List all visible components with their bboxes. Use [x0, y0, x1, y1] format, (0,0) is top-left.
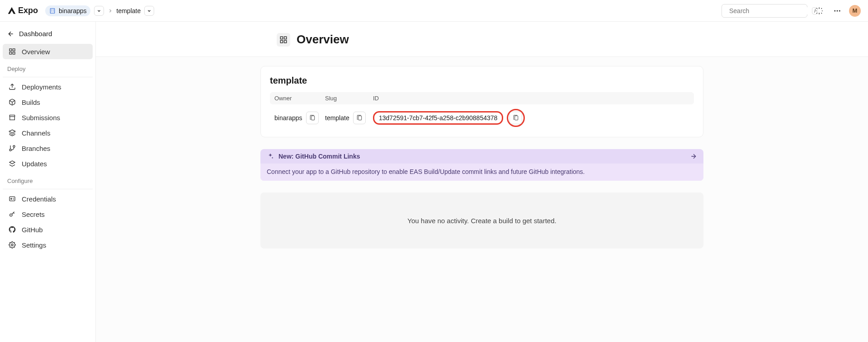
clipboard-icon	[356, 115, 363, 121]
grid-icon	[8, 47, 16, 56]
sparkle-icon	[267, 153, 274, 160]
svg-point-16	[9, 149, 11, 151]
svg-rect-27	[358, 116, 361, 120]
sidebar-item-channels[interactable]: Channels	[3, 125, 93, 141]
arrow-right-icon	[690, 153, 697, 160]
sidebar-section-configure: Configure	[3, 171, 93, 187]
grid-icon	[279, 36, 288, 44]
sidebar-item-label: Builds	[22, 98, 40, 106]
svg-point-19	[11, 198, 12, 200]
svg-rect-0	[50, 8, 54, 13]
svg-marker-17	[9, 161, 15, 164]
sparkle-icon	[815, 7, 823, 15]
activity-empty-state: You have no activity. Create a build to …	[260, 192, 703, 248]
sidebar-item-label: Submissions	[22, 114, 60, 122]
id-value: 13d72591-7cb7-42f5-a258-c2b908854378	[379, 114, 497, 122]
sidebar-item-secrets[interactable]: Secrets	[3, 206, 93, 222]
activity-empty-text: You have no activity. Create a build to …	[407, 217, 556, 225]
sidebar-item-settings[interactable]: Settings	[3, 237, 93, 253]
breadcrumb-org-label: binarapps	[59, 7, 87, 14]
sidebar-section-deploy: Deploy	[3, 59, 93, 75]
svg-point-21	[11, 244, 13, 246]
clipboard-icon	[309, 115, 316, 121]
notifications-button[interactable]	[813, 5, 826, 17]
org-switcher[interactable]	[94, 6, 104, 16]
search-input[interactable]	[729, 7, 808, 14]
expo-icon	[7, 6, 16, 15]
info-table-row: binarapps template	[270, 104, 694, 127]
sidebar-item-label: Overview	[22, 48, 50, 56]
dashboard-back-label: Dashboard	[19, 30, 52, 37]
sidebar-item-label: Secrets	[22, 211, 45, 218]
expo-logo[interactable]: Expo	[7, 6, 38, 15]
svg-marker-13	[9, 130, 15, 133]
sidebar-item-branches[interactable]: Branches	[3, 141, 93, 156]
svg-rect-25	[284, 40, 287, 42]
box-icon	[8, 98, 16, 106]
svg-point-15	[13, 145, 15, 147]
svg-rect-26	[311, 116, 314, 120]
sidebar-item-label: Branches	[22, 145, 50, 152]
sidebar-item-label: GitHub	[22, 226, 43, 234]
upload-icon	[8, 83, 16, 91]
gear-icon	[8, 241, 16, 249]
svg-rect-23	[284, 37, 287, 39]
id-icon	[8, 195, 16, 203]
chevron-down-icon	[147, 9, 151, 13]
banner-title: New: GitHub Commit Links	[278, 153, 360, 160]
id-highlight: 13d72591-7cb7-42f5-a258-c2b908854378	[373, 111, 503, 125]
col-header-owner: Owner	[274, 95, 325, 102]
copy-slug-button[interactable]	[353, 112, 366, 124]
dashboard-back-link[interactable]: Dashboard	[3, 27, 93, 40]
svg-rect-22	[280, 37, 283, 39]
page-header: Overview	[96, 22, 868, 56]
project-name: template	[270, 75, 694, 86]
slug-value: template	[325, 114, 349, 122]
key-icon	[8, 210, 16, 218]
sidebar-item-github[interactable]: GitHub	[3, 222, 93, 237]
sidebar-item-builds[interactable]: Builds	[3, 94, 93, 110]
stack-icon	[8, 129, 16, 137]
org-icon	[49, 7, 56, 14]
svg-rect-10	[13, 52, 15, 54]
sidebar-item-credentials[interactable]: Credentials	[3, 191, 93, 206]
project-info-card: template Owner Slug ID binarapps	[260, 66, 703, 137]
project-switcher[interactable]	[144, 6, 154, 16]
svg-rect-7	[9, 49, 12, 51]
breadcrumb-org[interactable]: binarapps	[45, 5, 90, 16]
info-table-header: Owner Slug ID	[270, 92, 694, 104]
search-input-wrapper[interactable]: /	[722, 4, 807, 18]
copy-id-button[interactable]	[509, 112, 522, 124]
col-header-id: ID	[373, 95, 689, 102]
sidebar-item-submissions[interactable]: Submissions	[3, 110, 93, 125]
clipboard-icon	[513, 115, 519, 121]
brand-text: Expo	[18, 6, 38, 15]
top-header: Expo binarapps template / M	[0, 0, 868, 22]
store-icon	[8, 113, 16, 122]
chevron-down-icon	[97, 9, 101, 13]
breadcrumb-separator	[108, 8, 113, 14]
chevron-right-icon	[108, 8, 113, 14]
overview-header-icon	[277, 33, 290, 47]
sidebar-item-label: Deployments	[22, 83, 61, 91]
breadcrumb-project[interactable]: template	[117, 7, 141, 14]
avatar-initial: M	[853, 7, 858, 14]
avatar[interactable]: M	[849, 5, 861, 17]
svg-rect-28	[515, 116, 518, 120]
sidebar-item-label: Credentials	[22, 195, 56, 203]
github-banner[interactable]: New: GitHub Commit Links Connect your ap…	[260, 149, 703, 181]
svg-point-5	[839, 10, 840, 11]
sidebar-item-deployments[interactable]: Deployments	[3, 79, 93, 94]
id-copy-highlight	[507, 109, 525, 127]
svg-point-4	[837, 10, 838, 11]
sidebar-item-label: Settings	[22, 241, 46, 249]
sidebar-item-overview[interactable]: Overview	[3, 44, 93, 59]
banner-body: Connect your app to a GitHub repository …	[260, 164, 703, 181]
page-title: Overview	[297, 33, 349, 47]
more-button[interactable]	[831, 5, 844, 17]
sidebar-item-updates[interactable]: Updates	[3, 156, 93, 171]
sidebar: Dashboard Overview Deploy Deployments Bu…	[0, 22, 96, 342]
copy-owner-button[interactable]	[306, 112, 319, 124]
svg-rect-24	[280, 40, 283, 42]
breadcrumb: binarapps template	[45, 5, 154, 16]
